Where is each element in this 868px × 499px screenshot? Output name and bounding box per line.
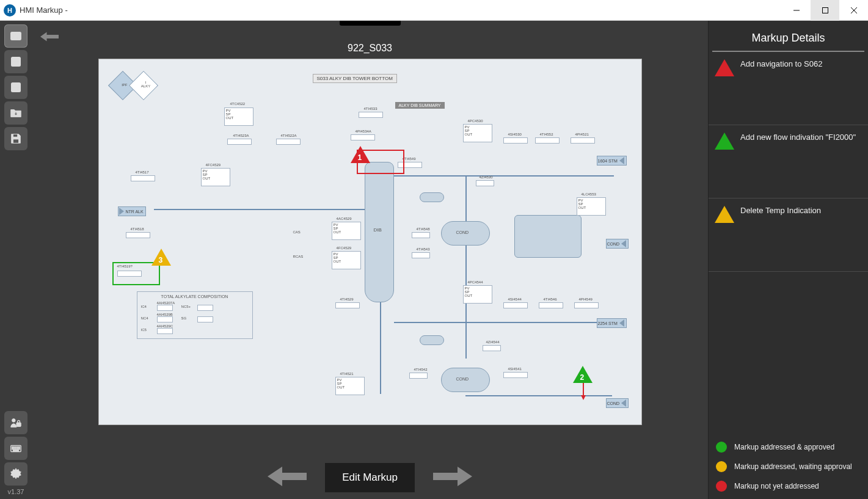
center-area: 922_S033 S033 ALKY DIB TOWER BOTTOM ALKY… (32, 21, 708, 499)
save-tool[interactable] (4, 127, 27, 150)
markup-details-panel: Markup Details 1 Add navigation to S062 … (708, 21, 868, 499)
svg-point-5 (13, 34, 15, 36)
next-arrow-icon[interactable] (433, 464, 472, 491)
markup-marker-2[interactable]: 2 (573, 366, 593, 383)
notes-tool[interactable] (4, 50, 27, 73)
document-title: 922_S033 (348, 43, 392, 54)
pid-diagram[interactable]: S033 ALKY DIB TOWER BOTTOM ALKY DIB SUMM… (98, 59, 642, 425)
ntr-alk-stream: NTR ALK (118, 206, 146, 216)
top-handle[interactable] (340, 21, 401, 26)
left-toolbar: v1.37 (0, 21, 32, 499)
legend-yellow: Markup addressed, waiting approval (716, 461, 861, 472)
open-folder-tool[interactable] (4, 101, 27, 125)
markup-item-text: Delete Temp Indication (740, 206, 862, 215)
window-titlebar: H HMI Markup - (0, 0, 868, 21)
svg-point-15 (12, 419, 15, 423)
svg-rect-26 (17, 448, 18, 450)
svg-rect-20 (15, 446, 16, 448)
svg-rect-22 (19, 446, 20, 448)
markup-item-2[interactable]: 2 Add new flow indivation "FI2000" (709, 125, 868, 199)
cond-out-2: COND (606, 398, 629, 408)
window-title: HMI Markup - (20, 5, 68, 15)
app-icon: H (4, 4, 16, 16)
triangle-red-icon: 1 (715, 59, 734, 76)
markup-item-text: Add navigation to S062 (740, 59, 862, 68)
dot-green-icon (716, 442, 727, 453)
users-lock-tool[interactable] (4, 411, 27, 434)
window-close-button[interactable] (839, 0, 868, 21)
settings-tool[interactable] (4, 462, 27, 486)
svg-rect-25 (15, 448, 16, 450)
legend-green: Markup addressed & approved (716, 442, 861, 453)
panel-title: Markup Details (712, 21, 864, 52)
svg-rect-13 (13, 134, 17, 137)
markup-item-3[interactable]: 3 Delete Temp Indication (709, 199, 868, 272)
svg-rect-1 (822, 7, 828, 13)
stream-1604: 1604 STM (597, 156, 627, 166)
stream-2254: 2254 STM (597, 318, 627, 328)
svg-rect-18 (12, 446, 13, 448)
markup-list: 1 Add navigation to S062 2 Add new flow … (709, 52, 868, 435)
svg-rect-19 (13, 446, 15, 448)
svg-rect-16 (16, 423, 21, 426)
version-label: v1.37 (8, 488, 24, 499)
window-maximize-button[interactable] (811, 0, 839, 21)
cond-out-1: COND (606, 239, 629, 249)
triangle-yellow-icon: 3 (715, 206, 734, 223)
markup-marker-1[interactable]: 1 (351, 146, 370, 163)
triangle-green-icon: 2 (715, 133, 734, 150)
markup-item-text: Add new flow indivation "FI2000" (740, 133, 862, 142)
prev-arrow-icon[interactable] (268, 464, 307, 491)
diagram-header: S033 ALKY DIB TOWER BOTTOM (313, 74, 397, 83)
window-minimize-button[interactable] (782, 0, 811, 21)
svg-rect-28 (13, 450, 18, 451)
dot-yellow-icon (716, 461, 727, 472)
markup-marker-3[interactable]: 3 (151, 249, 171, 266)
markup-arrow-2 (581, 383, 586, 400)
svg-rect-27 (19, 448, 20, 450)
composition-box: TOTAL ALKYLATE COMPOSITION 4AI45207A IC4… (137, 291, 253, 339)
back-arrow-icon[interactable] (40, 29, 59, 46)
svg-marker-31 (581, 395, 586, 400)
markup-item-1[interactable]: 1 Add navigation to S062 (709, 52, 868, 125)
svg-rect-23 (12, 448, 13, 450)
svg-rect-14 (13, 139, 18, 143)
images-tool[interactable] (4, 24, 27, 48)
diagram-subheader: ALKY DIB SUMMARY (395, 102, 445, 109)
edit-tool[interactable] (4, 76, 27, 99)
keyboard-tool[interactable] (4, 437, 27, 460)
svg-rect-21 (17, 446, 18, 448)
legend: Markup addressed & approved Markup addre… (709, 435, 868, 499)
legend-red: Markup not yet addressed (716, 481, 861, 492)
exchanger-1 (514, 215, 582, 258)
svg-rect-24 (13, 448, 15, 450)
edit-markup-button[interactable]: Edit Markup (325, 463, 415, 492)
dot-red-icon (716, 481, 727, 492)
